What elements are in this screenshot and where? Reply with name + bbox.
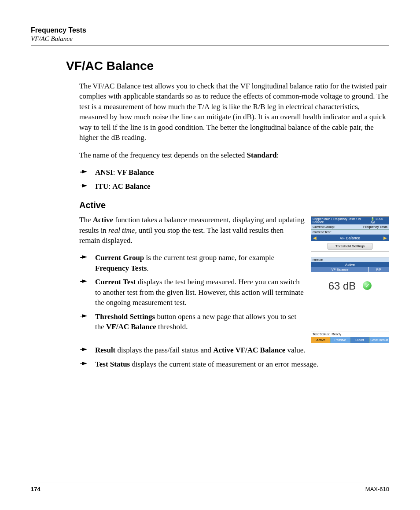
page-title: VF/AC Balance <box>66 59 389 73</box>
t: threshold. <box>156 323 188 331</box>
ss-current-test-row: Current Test: <box>311 230 389 235</box>
section-active-heading: Active <box>66 200 389 210</box>
bullet-threshold-settings: Threshold Settings button opens a new pa… <box>79 312 305 332</box>
active-text-column: The Active function takes a balance meas… <box>79 215 305 337</box>
ss-threshold-button[interactable]: Threshold Settings <box>328 243 372 249</box>
intro-paragraph: The VF/AC Balance test allows you to che… <box>66 81 389 143</box>
ansi-value: VF Balance <box>117 168 154 176</box>
standard-bold: Standard <box>247 151 276 159</box>
chevron-right-icon[interactable]: ▶ <box>383 235 387 240</box>
footer-rule <box>31 483 389 483</box>
standard-bullets: ANSI: VF Balance ITU: AC Balance <box>66 167 389 191</box>
ss-tab-save-result[interactable]: Save Result <box>370 337 389 343</box>
ss-col-pf: P/F <box>369 267 389 272</box>
header-subtitle: VF/AC Balance <box>31 35 389 43</box>
ss-test-status: Test Status: Ready <box>311 331 389 337</box>
active-paragraph: The Active function takes a balance meas… <box>79 215 305 246</box>
itu-value: AC Balance <box>112 182 150 191</box>
ss-statusbar: Copper Main \ Frequency Tests \ VF Balan… <box>311 217 389 224</box>
bullet-ansi: ANSI: VF Balance <box>79 167 389 177</box>
itu-label: ITU <box>95 182 108 191</box>
ss-nav-title: VF Balance <box>340 236 361 240</box>
ss-blank-row <box>311 251 389 257</box>
ansi-label: ANSI <box>95 168 113 176</box>
chevron-left-icon[interactable]: ◀ <box>313 235 317 240</box>
b: Active VF/AC Balance <box>213 346 285 354</box>
ss-tabs: Active Passive Dialer Save Result <box>311 337 389 343</box>
ss-status-value: Ready <box>332 332 341 336</box>
page-footer: 174 MAX-610 <box>31 483 389 492</box>
content-area: VF/AC Balance The VF/AC Balance test all… <box>31 59 389 369</box>
ss-db-value: 63 dB <box>328 280 356 292</box>
bullet-test-status: Test Status displays the current state o… <box>79 359 389 369</box>
t: displays the current state of measuremen… <box>130 360 318 368</box>
active-bullets-2: Result displays the pass/fail status and… <box>66 345 389 369</box>
ss-tab-dialer[interactable]: Dialer <box>350 337 370 343</box>
b: Current Test <box>95 278 136 286</box>
ss-value-area: 63 dB ✓ <box>311 272 389 331</box>
header-title: Frequency Tests <box>31 26 389 34</box>
bullet-itu: ITU: AC Balance <box>79 181 389 191</box>
t: is the current test group name, for exam… <box>144 253 274 262</box>
text: The name of the frequency test depends o… <box>79 151 247 159</box>
pass-check-icon: ✓ <box>363 281 372 290</box>
ss-column-headers: VF Balance P/F <box>311 267 389 272</box>
ss-tab-passive[interactable]: Passive <box>331 337 350 343</box>
ss-col-vfbalance: VF Balance <box>311 267 369 272</box>
t: . <box>147 264 148 272</box>
ss-tab-active[interactable]: Active <box>311 337 331 343</box>
t: The <box>79 216 93 224</box>
standard-line: The name of the frequency test depends o… <box>66 150 389 160</box>
ss-status-label: Test Status: <box>313 332 330 336</box>
bullet-current-test: Current Test displays the test being mea… <box>79 277 305 308</box>
header-rule <box>31 45 389 46</box>
active-bullets-1: Current Group is the current test group … <box>79 253 305 332</box>
ss-cg-label: Current Group: <box>313 225 335 229</box>
b: Test Status <box>95 360 130 368</box>
ss-active-bar: Active <box>311 262 389 267</box>
sep: : <box>108 182 112 191</box>
t: displays the pass/fail status and <box>115 346 213 354</box>
device-screenshot: Copper Main \ Frequency Tests \ VF Balan… <box>311 216 389 343</box>
realtime-italic: real time <box>108 226 135 235</box>
ss-ct-label: Current Test: <box>313 230 332 234</box>
sep: : <box>113 168 117 176</box>
b: Current Group <box>95 253 144 262</box>
b: Result <box>95 346 115 354</box>
ss-time-text: 11:00 AM <box>371 217 383 224</box>
b: Frequency Tests <box>95 264 147 272</box>
bullet-result: Result displays the pass/fail status and… <box>79 345 389 355</box>
ss-current-group-row: Current Group: Frequency Tests <box>311 224 389 230</box>
ss-result-label: Result: <box>311 257 389 262</box>
t: value. <box>285 346 305 354</box>
text: : <box>277 151 279 159</box>
ss-cg-value: Frequency Tests <box>363 225 387 229</box>
b: VF/AC Balance <box>106 323 156 331</box>
ss-time: 🔋 11:00 AM <box>371 217 387 224</box>
ss-test-selector[interactable]: ◀ VF Balance ▶ <box>311 235 389 241</box>
doc-id: MAX-610 <box>365 486 389 492</box>
ss-breadcrumb: Copper Main \ Frequency Tests \ VF Balan… <box>313 217 371 224</box>
active-bold: Active <box>93 216 113 224</box>
b: Threshold Settings <box>95 312 155 321</box>
page-number: 174 <box>31 486 41 492</box>
bullet-current-group: Current Group is the current test group … <box>79 253 305 273</box>
